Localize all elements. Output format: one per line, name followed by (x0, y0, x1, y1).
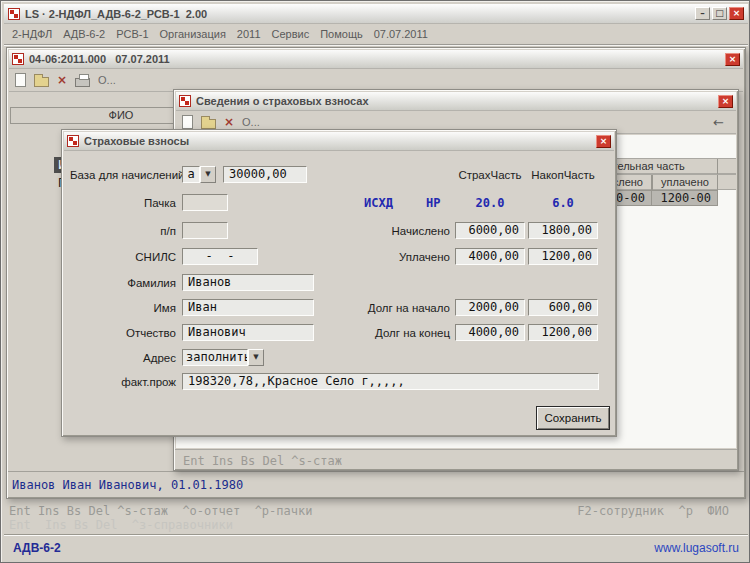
address-mode-field[interactable]: заполнить (182, 349, 248, 366)
hotkey-hints-right: F2-сотрудник ^р ФИО (577, 504, 729, 518)
surname-field[interactable]: Иванов (182, 274, 314, 291)
firstname-field[interactable]: Иван (182, 299, 314, 316)
print-icon[interactable] (75, 78, 90, 87)
details-hint: Ent Ins Bs Del ^s-стаж (175, 449, 737, 469)
debt-begin-nakop-field[interactable]: 600,00 (528, 299, 598, 316)
paid-strah-field[interactable]: 4000,00 (455, 248, 525, 265)
list-window-titlebar: 04-06:2011.000 07.07.2011 × (9, 50, 743, 69)
residence-field[interactable]: 198320,78,,Красное Село г,,,,, (182, 373, 599, 390)
patronymic-field[interactable]: Иванович (182, 324, 314, 341)
address-dropdown-icon[interactable]: ▼ (248, 349, 264, 366)
open-folder-icon[interactable] (201, 119, 216, 129)
statusbar: АДВ-6-2 www.lugasoft.ru (4, 534, 748, 561)
open-folder-icon[interactable] (34, 77, 49, 87)
details-title: Сведения о страховых взносах (196, 95, 713, 107)
menubar: 2-НДФЛ АДВ-6-2 РСВ-1 Организация 2011 Се… (4, 25, 748, 43)
menu-item-date: 07.07.2011 (374, 28, 428, 40)
hotkey-hint-line-dim: Ent Ins Bs Del ^з-справочники (9, 518, 233, 532)
details-titlebar: Сведения о страховых взносах × (176, 92, 736, 111)
base-label: База для начислений (70, 169, 176, 181)
menu-item-rsv1[interactable]: РСВ-1 (116, 28, 148, 40)
snils-field[interactable]: - - (182, 248, 258, 265)
menu-item-2ndfl[interactable]: 2-НДФЛ (12, 28, 52, 40)
snils-label: СНИЛС (70, 251, 176, 263)
base-amount-field[interactable]: 30000,00 (223, 166, 307, 183)
minimize-icon[interactable]: – (695, 7, 710, 20)
selected-person-status: Иванов Иван Иванович, 01.01.1980 (8, 471, 744, 497)
save-button[interactable]: Сохранить (536, 406, 610, 430)
residence-label: факт.прож (70, 376, 176, 388)
firstname-label: Имя (70, 302, 176, 314)
rate-strah: 20.0 (455, 196, 525, 210)
strah-column-header: СтрахЧасть (455, 169, 525, 181)
paid-nakop-field[interactable]: 1200,00 (528, 248, 598, 265)
new-document-icon[interactable] (182, 115, 193, 129)
pp-field[interactable] (182, 222, 228, 239)
address-label: Адрес (70, 352, 176, 364)
menu-item-organization[interactable]: Организация (160, 28, 226, 40)
base-dropdown-icon[interactable]: ▼ (200, 166, 216, 183)
close-icon[interactable]: × (596, 135, 611, 148)
toolbar-more-label[interactable]: О... (98, 74, 116, 86)
application-window: LS · 2-НДФЛ_АДВ-6-2_РСВ-1 2.00 – □ × 2-Н… (0, 0, 750, 563)
debt-begin-strah-field[interactable]: 2000,00 (455, 299, 525, 316)
list-window-title: 04-06:2011.000 07.07.2011 (29, 53, 720, 65)
close-icon[interactable]: × (725, 53, 740, 66)
debt-end-label: Долг на конец (346, 327, 450, 339)
app-icon (67, 135, 79, 147)
dialog-titlebar: Страховые взносы × (64, 132, 614, 151)
hotkey-hint-line: Ent Ins Bs Del ^s-стаж ^o-отчет ^p-пачки… (9, 504, 743, 518)
value-paid-cell[interactable]: 1200-00 (651, 190, 718, 206)
debt-end-nakop-field[interactable]: 1200,00 (528, 324, 598, 341)
delete-icon[interactable]: × (224, 115, 234, 129)
app-icon (8, 8, 20, 20)
new-document-icon[interactable] (15, 73, 26, 87)
rate-nakop: 6.0 (528, 196, 598, 210)
pp-label: п/п (70, 225, 176, 237)
debt-begin-label: Долг на начало (346, 302, 450, 314)
menu-item-adv62[interactable]: АДВ-6-2 (63, 28, 105, 40)
pack-label: Пачка (70, 197, 176, 209)
surname-label: Фамилия (70, 277, 176, 289)
maximize-icon[interactable]: □ (712, 7, 727, 20)
type-code: ИСХД (364, 196, 393, 210)
accrued-nakop-field[interactable]: 1800,00 (528, 222, 598, 239)
debt-end-strah-field[interactable]: 4000,00 (455, 324, 525, 341)
menu-separator (4, 44, 748, 46)
app-icon (12, 53, 24, 65)
base-code-field[interactable]: а (182, 166, 200, 183)
pack-field[interactable] (182, 194, 228, 211)
col-paid-header: уплачено (652, 175, 718, 191)
menu-item-service[interactable]: Сервис (272, 28, 310, 40)
paid-label: Уплачено (346, 251, 450, 263)
back-arrow-icon[interactable]: ← (713, 115, 724, 130)
statusbar-website-link[interactable]: www.lugasoft.ru (654, 541, 739, 555)
toolbar-more-label[interactable]: О... (242, 116, 260, 128)
main-titlebar: LS · 2-НДФЛ_АДВ-6-2_РСВ-1 2.00 – □ × (4, 4, 748, 24)
app-icon (179, 95, 191, 107)
statusbar-mode: АДВ-6-2 (13, 541, 61, 555)
window-controls: – □ × (695, 7, 744, 20)
dialog-title: Страховые взносы (84, 135, 591, 147)
nakop-column-header: НакопЧасть (528, 169, 598, 181)
main-title: LS · 2-НДФЛ_АДВ-6-2_РСВ-1 2.00 (25, 8, 690, 20)
close-icon[interactable]: × (729, 7, 744, 20)
hotkey-hints-left: Ent Ins Bs Del ^s-стаж ^o-отчет ^p-пачки (9, 504, 312, 518)
menu-item-help[interactable]: Помощь (320, 28, 363, 40)
patronymic-label: Отчество (70, 327, 176, 339)
close-icon[interactable]: × (718, 95, 733, 108)
accrued-strah-field[interactable]: 6000,00 (455, 222, 525, 239)
tariff-code: НР (426, 196, 440, 210)
insurance-contributions-dialog: Страховые взносы × База для начислений а… (61, 129, 617, 437)
menu-item-year[interactable]: 2011 (237, 28, 261, 40)
accrued-label: Начислено (346, 225, 450, 237)
delete-icon[interactable]: × (57, 73, 67, 87)
